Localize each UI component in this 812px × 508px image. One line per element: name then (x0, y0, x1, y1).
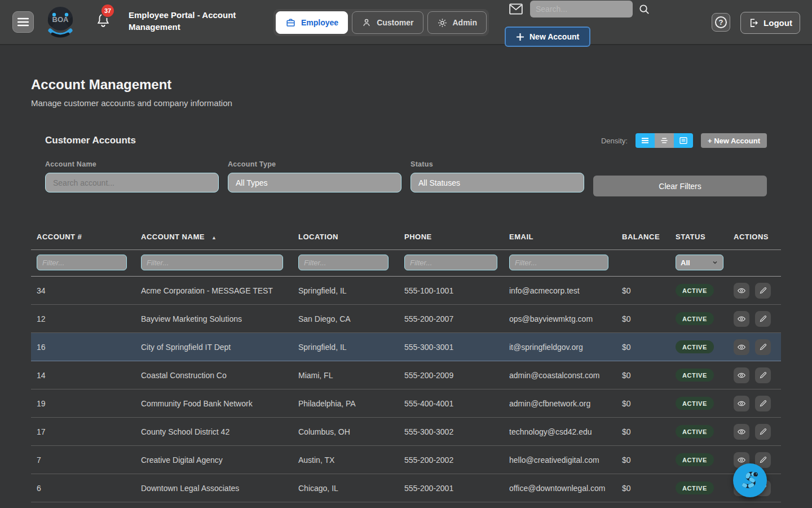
view-account-button[interactable] (734, 396, 749, 411)
cell-phone: 555-400-4001 (399, 389, 504, 418)
email-column-filter[interactable] (509, 255, 608, 270)
app-title: Employee Portal - Account Management (129, 9, 251, 33)
clear-filters-button[interactable]: Clear Filters (593, 176, 767, 196)
view-account-button[interactable] (734, 339, 749, 355)
global-search-input[interactable] (530, 1, 633, 17)
cell-phone: 555-200-2002 (399, 446, 504, 474)
new-account-button-panel[interactable]: + New Account (701, 133, 767, 148)
cell-location: Springfield, IL (293, 333, 399, 361)
cell-phone: 555-200-2009 (399, 361, 504, 389)
tab-admin-label: Admin (453, 18, 478, 27)
cell-balance: $0 (616, 361, 670, 389)
hamburger-icon (17, 17, 29, 27)
density-card-button[interactable] (674, 133, 693, 148)
cell-account-name: Community Food Bank Network (135, 389, 293, 418)
density-comfortable-button[interactable] (655, 133, 674, 148)
eye-icon (737, 286, 746, 295)
phone-column-filter[interactable] (404, 255, 497, 270)
status-column-filter-select[interactable]: All (676, 255, 723, 270)
cell-phone: 555-300-3001 (399, 333, 504, 361)
cell-balance (616, 502, 670, 508)
notifications-button[interactable]: 37 (96, 12, 111, 28)
edit-account-button[interactable] (755, 424, 771, 440)
new-account-label: New Account (529, 32, 579, 41)
messages-icon[interactable] (509, 2, 523, 16)
pencil-icon (759, 399, 767, 408)
cell-account-num: 14 (31, 361, 135, 389)
account-type-select[interactable]: All Types (228, 173, 401, 192)
table-row[interactable]: 14 Coastal Construction Co Miami, FL 555… (31, 361, 781, 389)
table-row[interactable]: 12 Bayview Marketing Solutions San Diego… (31, 305, 781, 333)
view-account-button[interactable] (734, 283, 749, 299)
cell-account-num: 19 (31, 389, 135, 418)
edit-account-button[interactable] (755, 339, 771, 355)
view-account-button[interactable] (734, 424, 749, 440)
logout-button[interactable]: Logout (740, 12, 800, 34)
table-row[interactable]: 19 Community Food Bank Network Philadelp… (31, 389, 781, 418)
search-icon[interactable] (638, 3, 651, 16)
cell-location: Austin, TX (293, 446, 399, 474)
cell-location: Chicago, IL (293, 474, 399, 502)
table-row[interactable]: 7 Creative Digital Agency Austin, TX 555… (31, 446, 781, 474)
cell-location (293, 502, 399, 508)
edit-account-button[interactable] (755, 283, 771, 299)
tab-customer[interactable]: Customer (352, 11, 423, 34)
account-num-column-filter[interactable] (37, 255, 127, 270)
cell-account-name: Bayview Marketing Solutions (135, 305, 293, 333)
density-compact-button[interactable] (636, 133, 655, 148)
snake-icon (738, 468, 762, 492)
status-value: All Statuses (418, 178, 460, 187)
column-header-account-name[interactable]: ACCOUNT NAME ▲ (135, 226, 293, 250)
table-row[interactable]: 17 County School District 42 Columbus, O… (31, 418, 781, 446)
cell-email: office@downtownlegal.com (504, 474, 616, 502)
assistant-fab-button[interactable] (733, 463, 767, 497)
account-name-column-filter[interactable] (141, 255, 283, 270)
column-header-location[interactable]: LOCATION (293, 226, 399, 250)
location-column-filter[interactable] (298, 255, 389, 270)
cell-account-num: 16 (31, 333, 135, 361)
table-row[interactable]: 6 Downtown Legal Associates Chicago, IL … (31, 474, 781, 502)
view-account-button[interactable] (734, 311, 749, 327)
edit-account-button[interactable] (755, 311, 771, 327)
tab-employee[interactable]: Employee (276, 11, 348, 34)
cell-account-num: 17 (31, 418, 135, 446)
help-button[interactable]: ? (712, 13, 730, 32)
svg-text:BOA: BOA (52, 15, 69, 24)
account-name-filter-input[interactable] (45, 173, 219, 192)
view-account-button[interactable] (734, 367, 749, 383)
role-tab-group: Employee Customer Admin (273, 9, 489, 36)
density-toggle-group (636, 133, 693, 148)
question-icon: ? (715, 16, 727, 28)
table-row[interactable]: 34 Acme Corporation - MESSAGE TEST Sprin… (31, 277, 781, 305)
status-badge: ACTIVE (676, 397, 714, 410)
status-badge: ACTIVE (676, 284, 714, 297)
status-filter-value: All (681, 259, 690, 267)
page-subtitle: Manage customer accounts and company inf… (31, 98, 232, 108)
column-header-email[interactable]: EMAIL (504, 226, 616, 250)
tab-admin[interactable]: Admin (427, 11, 487, 34)
panel-title: Customer Accounts (45, 135, 136, 146)
new-account-button-header[interactable]: New Account (505, 27, 590, 47)
status-select[interactable]: All Statuses (411, 173, 584, 192)
cell-account-name: City of Springfield IT Dept (135, 333, 293, 361)
cell-phone: 555-200-2007 (399, 305, 504, 333)
eye-icon (737, 343, 746, 352)
cell-location: Philadelphia, PA (293, 389, 399, 418)
column-header-balance[interactable]: BALANCE (616, 226, 670, 250)
edit-account-button[interactable] (755, 367, 771, 383)
edit-account-button[interactable] (755, 396, 771, 411)
cell-location: Miami, FL (293, 361, 399, 389)
table-row[interactable]: ACTIVE (31, 502, 781, 508)
pencil-icon (759, 427, 767, 436)
column-header-status[interactable]: STATUS (670, 226, 728, 250)
cell-phone (399, 502, 504, 508)
table-row[interactable]: 16 City of Springfield IT Dept Springfie… (31, 333, 781, 361)
cell-email (504, 502, 616, 508)
column-header-phone[interactable]: PHONE (399, 226, 504, 250)
cell-account-num: 6 (31, 474, 135, 502)
hamburger-menu-button[interactable] (12, 11, 34, 33)
accounts-table: ACCOUNT # ACCOUNT NAME ▲ LOCATION PHONE … (31, 226, 781, 508)
account-name-filter-label: Account Name (45, 160, 219, 168)
density-label: Density: (601, 137, 628, 145)
column-header-account-num[interactable]: ACCOUNT # (31, 226, 135, 250)
